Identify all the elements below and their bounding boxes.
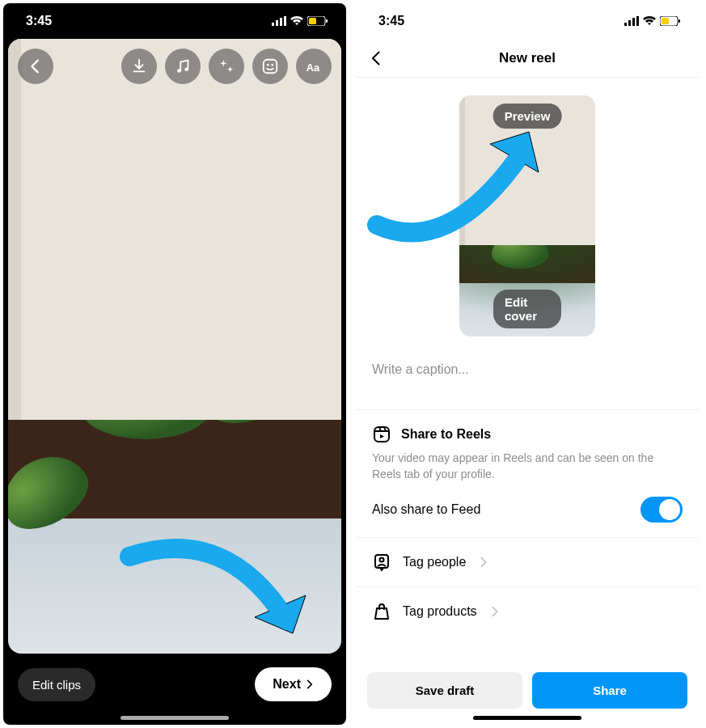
- battery-icon: [660, 16, 681, 26]
- svg-rect-9: [264, 60, 277, 74]
- signal-icon: [272, 16, 286, 26]
- wifi-icon: [290, 16, 303, 26]
- status-time: 3:45: [378, 14, 404, 28]
- plant-photo: [8, 39, 341, 654]
- editor-content: Aa Edit clips Next: [3, 39, 346, 725]
- download-button[interactable]: [121, 49, 157, 84]
- svg-rect-2: [280, 18, 282, 26]
- signal-icon: [624, 16, 639, 26]
- edit-clips-button[interactable]: Edit clips: [18, 668, 95, 701]
- reel-thumbnail[interactable]: Preview Edit cover: [459, 95, 595, 336]
- svg-point-11: [271, 64, 273, 66]
- status-time: 3:45: [26, 14, 52, 28]
- svg-rect-5: [326, 19, 328, 23]
- page-title: New reel: [499, 50, 556, 66]
- svg-rect-18: [679, 19, 680, 23]
- status-icons: [272, 16, 328, 26]
- svg-point-8: [184, 67, 188, 71]
- svg-rect-19: [662, 18, 669, 24]
- chevron-right-icon: [488, 605, 501, 618]
- sparkles-icon: [218, 57, 235, 75]
- svg-rect-14: [628, 20, 631, 26]
- nav-header: New reel: [356, 39, 699, 78]
- next-label: Next: [273, 677, 301, 692]
- tag-people-label: Tag people: [403, 555, 466, 569]
- tag-products-icon: [372, 602, 391, 621]
- effects-button[interactable]: [209, 49, 244, 84]
- share-to-reels-section: Share to Reels Your video may appear in …: [356, 409, 699, 537]
- chevron-left-icon: [27, 57, 44, 75]
- reels-icon: [372, 425, 391, 444]
- music-button[interactable]: [165, 49, 201, 84]
- music-icon: [174, 57, 192, 75]
- tag-people-row[interactable]: Tag people: [356, 537, 699, 586]
- svg-point-7: [177, 69, 181, 73]
- share-button[interactable]: Share: [532, 672, 687, 709]
- text-icon: Aa: [305, 57, 323, 75]
- download-icon: [130, 57, 148, 75]
- svg-rect-13: [624, 23, 627, 26]
- thumbnail-area: Preview Edit cover: [356, 78, 699, 345]
- svg-text:Aa: Aa: [306, 61, 320, 74]
- stickers-button[interactable]: [252, 49, 288, 84]
- tag-products-row[interactable]: Tag products: [356, 586, 699, 636]
- share-to-reels-desc: Your video may appear in Reels and can b…: [372, 451, 683, 482]
- svg-point-10: [267, 64, 269, 66]
- svg-rect-3: [284, 16, 286, 26]
- footer-buttons: Save draft Share: [356, 661, 699, 725]
- sticker-icon: [261, 57, 279, 75]
- svg-rect-20: [374, 427, 389, 442]
- camera-preview[interactable]: Aa: [8, 39, 341, 654]
- edit-cover-button[interactable]: Edit cover: [493, 290, 561, 328]
- editor-bottom-bar: Edit clips Next: [3, 654, 346, 725]
- status-bar: 3:45: [3, 3, 346, 39]
- editor-top-toolbar: Aa: [18, 49, 332, 84]
- save-draft-button[interactable]: Save draft: [367, 672, 522, 709]
- tag-products-label: Tag products: [403, 604, 477, 619]
- reel-editor-screen: 3:45: [3, 3, 346, 725]
- back-button[interactable]: [18, 49, 53, 84]
- home-indicator: [473, 716, 581, 720]
- chevron-right-icon: [304, 679, 315, 690]
- preview-button[interactable]: Preview: [493, 104, 562, 129]
- also-share-feed-label: Also share to Feed: [372, 502, 480, 517]
- back-button[interactable]: [367, 49, 387, 68]
- battery-icon: [307, 16, 328, 26]
- status-icons: [624, 16, 681, 26]
- svg-rect-6: [309, 18, 316, 24]
- next-button[interactable]: Next: [255, 667, 332, 701]
- new-reel-screen: 3:45 New reel Preview Edit cover: [356, 3, 699, 725]
- text-button[interactable]: Aa: [296, 49, 332, 84]
- chevron-right-icon: [477, 556, 490, 569]
- status-bar: 3:45: [356, 3, 699, 39]
- svg-point-22: [380, 558, 384, 562]
- chevron-left-icon: [369, 50, 385, 66]
- svg-rect-16: [636, 16, 639, 26]
- svg-rect-0: [272, 23, 274, 26]
- tag-people-icon: [372, 552, 391, 572]
- caption-input[interactable]: Write a caption...: [356, 345, 699, 409]
- wifi-icon: [643, 16, 656, 26]
- svg-rect-1: [276, 20, 278, 26]
- svg-rect-15: [632, 18, 635, 26]
- share-to-reels-title: Share to Reels: [401, 427, 491, 442]
- also-share-feed-toggle[interactable]: [640, 497, 683, 523]
- home-indicator: [120, 716, 229, 720]
